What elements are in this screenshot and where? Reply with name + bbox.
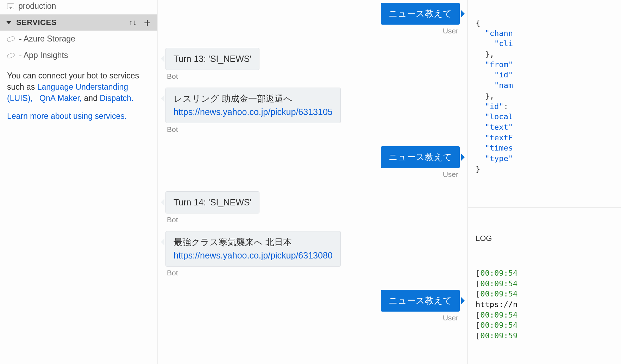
sender-label-bot: Bot [165, 125, 460, 134]
message-row-bot: Turn 13: 'SI_NEWS' [165, 48, 460, 70]
sender-label-user: User [165, 27, 460, 35]
message-row-bot: 最強クラス寒気襲来へ 北日本 https://news.yahoo.co.jp/… [165, 231, 460, 267]
services-info: You can connect your bot to services suc… [0, 64, 157, 104]
sender-label-user: User [165, 170, 460, 179]
endpoint-label: production [18, 1, 56, 11]
user-message[interactable]: ニュース教えて [381, 290, 460, 312]
chat-icon [7, 4, 14, 9]
log-title: LOG [476, 233, 615, 244]
endpoint-item[interactable]: production [0, 0, 157, 14]
link-icon [7, 36, 15, 42]
sender-label-user: User [165, 314, 460, 322]
user-message[interactable]: ニュース教えて [381, 3, 460, 25]
service-label: - App Insights [19, 51, 68, 60]
inspector-panel: { "chann "cli }, "from" "id" "nam }, "id… [468, 0, 621, 364]
log-panel[interactable]: LOG [00:09:54 [00:09:54 [00:09:54 https:… [468, 207, 621, 364]
services-section-header[interactable]: SERVICES ↑↓ + [0, 14, 157, 31]
json-inspector[interactable]: { "chann "cli }, "from" "id" "nam }, "id… [468, 0, 621, 207]
user-message[interactable]: ニュース教えて [381, 146, 460, 168]
sender-label-bot: Bot [165, 216, 460, 224]
link-learn-more[interactable]: Learn more about using services. [7, 111, 127, 121]
message-row-bot: Turn 14: 'SI_NEWS' [165, 191, 460, 214]
learn-more-row: Learn more about using services. [0, 104, 157, 122]
message-row-user: ニュース教えて [165, 146, 460, 168]
message-row-user: ニュース教えて [165, 290, 460, 312]
bot-message[interactable]: 最強クラス寒気襲来へ 北日本 https://news.yahoo.co.jp/… [165, 231, 341, 267]
bot-message[interactable]: レスリング 助成金一部返還へ https://news.yahoo.co.jp/… [165, 88, 341, 123]
service-label: - Azure Storage [19, 34, 75, 44]
sender-label-bot: Bot [165, 269, 460, 277]
chat-transcript: ニュース教えて User Turn 13: 'SI_NEWS' Bot レスリン… [158, 0, 468, 364]
message-row-bot: レスリング 助成金一部返還へ https://news.yahoo.co.jp/… [165, 88, 460, 123]
link-qna[interactable]: QnA Maker, [39, 94, 82, 103]
bot-message[interactable]: Turn 13: 'SI_NEWS' [165, 48, 259, 70]
sidebar: production SERVICES ↑↓ + - Azure Storage… [0, 0, 158, 364]
sort-icon[interactable]: ↑↓ [129, 18, 137, 27]
news-link[interactable]: https://news.yahoo.co.jp/pickup/6313105 [174, 107, 333, 117]
sender-label-bot: Bot [165, 72, 460, 81]
message-row-user: ニュース教えて [165, 3, 460, 25]
link-icon [7, 52, 15, 59]
news-link[interactable]: https://news.yahoo.co.jp/pickup/6313080 [174, 250, 333, 260]
add-service-button[interactable]: + [144, 19, 151, 26]
link-dispatch[interactable]: Dispatch. [100, 94, 133, 103]
service-item-azure-storage[interactable]: - Azure Storage [0, 31, 157, 47]
bot-message[interactable]: Turn 14: 'SI_NEWS' [165, 191, 259, 214]
log-lines: [00:09:54 [00:09:54 [00:09:54 https://n … [476, 268, 615, 341]
service-item-app-insights[interactable]: - App Insights [0, 47, 157, 64]
caret-down-icon [6, 21, 11, 24]
section-title: SERVICES [16, 18, 57, 27]
